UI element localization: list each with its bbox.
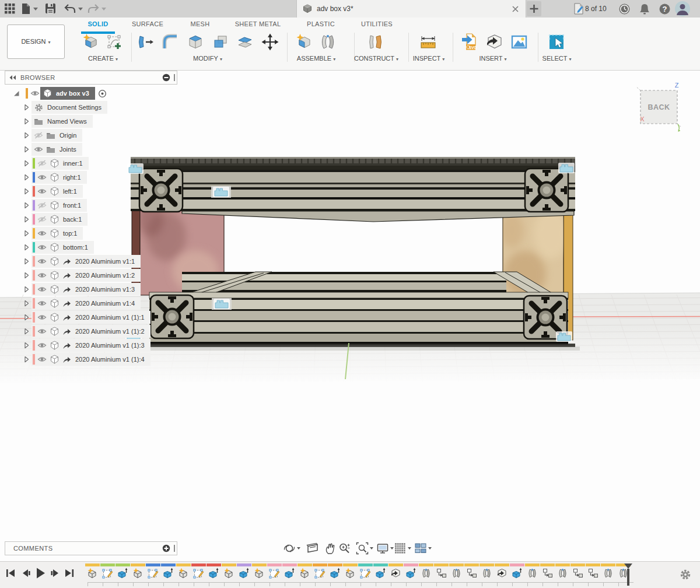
group-label-inspect[interactable]: INSPECT	[402, 55, 455, 62]
tab-surface[interactable]: SURFACE	[130, 20, 166, 32]
browser-item-label[interactable]: 2020 Aluminium v1 (1):2	[75, 328, 145, 335]
expand-collapse-icon[interactable]	[23, 146, 32, 153]
browser-row[interactable]: back:1	[0, 213, 88, 226]
fillet-icon[interactable]	[161, 33, 180, 51]
timeline-step-back-button[interactable]	[21, 568, 31, 580]
eye-icon[interactable]	[37, 314, 47, 321]
browser-item-label[interactable]: 2020 Aluminium v1:4	[75, 300, 135, 307]
expand-collapse-icon[interactable]	[13, 90, 21, 97]
redo-icon[interactable]	[88, 4, 99, 14]
eye-icon[interactable]	[37, 188, 47, 195]
timeline-feature-extrude[interactable]	[206, 564, 221, 583]
timeline-feature-sketch[interactable]	[191, 564, 206, 583]
group-label-create[interactable]: CREATE	[78, 55, 128, 62]
expand-collapse-icon[interactable]	[23, 342, 32, 349]
timeline-feature-ground[interactable]	[586, 564, 600, 583]
view-cube[interactable]: BACK Z X	[636, 82, 681, 132]
timeline-feature-extrude[interactable]	[510, 564, 524, 583]
browser-row[interactable]: 2020 Aluminium v1 (1):4	[0, 353, 150, 366]
timeline-go-to-start-button[interactable]	[6, 568, 16, 580]
expand-collapse-icon[interactable]	[23, 104, 32, 111]
timeline-feature-sketch[interactable]	[267, 564, 282, 583]
timeline-feature-extrude[interactable]	[116, 564, 130, 583]
eye-icon[interactable]	[30, 90, 40, 97]
timeline-feature-extrude[interactable]	[373, 564, 388, 583]
eye-icon[interactable]	[37, 174, 47, 181]
timeline-feature-ground[interactable]	[434, 564, 449, 583]
timeline-feature-component[interactable]	[298, 564, 312, 583]
timeline-feature-component[interactable]	[176, 564, 191, 583]
group-label-insert[interactable]: INSERT	[467, 55, 519, 62]
timeline-feature-joint[interactable]	[525, 564, 540, 583]
shell-icon[interactable]	[186, 33, 205, 51]
browser-row[interactable]: 2020 Aluminium v1 (1):2	[0, 325, 150, 338]
activate-radio-icon[interactable]	[97, 89, 108, 98]
timeline-feature-extrude[interactable]	[282, 564, 297, 583]
browser-row[interactable]: 2020 Aluminium v1:1	[0, 255, 141, 268]
root-label[interactable]: adv box v3	[56, 90, 89, 97]
browser-item-label[interactable]: Joints	[60, 146, 76, 153]
zoom-icon[interactable]	[338, 542, 352, 557]
browser-item-label[interactable]: top:1	[63, 230, 77, 237]
document-tab[interactable]: adv box v3*	[296, 0, 526, 18]
browser-row[interactable]: top:1	[0, 227, 83, 240]
browser-item-label[interactable]: 2020 Aluminium v1 (1):1	[75, 314, 145, 321]
browser-row[interactable]: 2020 Aluminium v1:2	[0, 269, 141, 282]
browser-scroll-nub[interactable]	[174, 74, 175, 81]
timeline-go-to-end-button[interactable]	[64, 568, 74, 580]
timeline-feature-insert[interactable]	[495, 564, 509, 583]
grid-settings-icon[interactable]	[394, 542, 407, 557]
browser-item-label[interactable]: left:1	[63, 188, 77, 195]
expand-collapse-icon[interactable]	[23, 314, 32, 321]
expand-collapse-icon[interactable]	[23, 160, 32, 167]
expand-collapse-icon[interactable]	[23, 230, 32, 237]
tab-solid[interactable]: SOLID	[81, 20, 115, 32]
new-tab-button[interactable]	[527, 1, 541, 16]
timeline-feature-component[interactable]	[131, 564, 145, 583]
timeline-feature-component[interactable]	[343, 564, 358, 583]
expand-collapse-icon[interactable]	[23, 244, 32, 251]
group-label-select[interactable]: SELECT	[532, 55, 582, 62]
eye-icon[interactable]	[37, 342, 47, 349]
timeline-feature-extrude[interactable]	[328, 564, 342, 583]
measure-icon[interactable]	[419, 33, 438, 51]
file-icon[interactable]	[22, 4, 30, 14]
tab-sheet-metal[interactable]: SHEET METAL	[233, 20, 282, 32]
model-adv-box[interactable]	[131, 157, 580, 351]
browser-row[interactable]: 2020 Aluminium v1 (1):1	[0, 311, 150, 324]
tab-plastic[interactable]: PLASTIC	[304, 20, 337, 32]
expand-collapse-icon[interactable]	[23, 174, 32, 181]
timeline-feature-joint[interactable]	[555, 564, 570, 583]
timeline-settings-gear-icon[interactable]	[680, 569, 691, 583]
browser-item-label[interactable]: Named Views	[47, 118, 87, 125]
job-history-clock-icon[interactable]	[619, 4, 630, 15]
orbit-icon-caret[interactable]	[297, 547, 300, 550]
timeline-play-button[interactable]	[35, 567, 46, 582]
eye-icon[interactable]	[37, 244, 47, 251]
browser-row[interactable]: Origin	[0, 129, 82, 142]
notifications-bell-icon[interactable]	[639, 4, 650, 15]
create-solid-icon[interactable]	[81, 33, 100, 51]
eye-icon[interactable]	[37, 300, 47, 307]
save-icon[interactable]	[46, 4, 55, 13]
design-dropdown-button[interactable]: DESIGN	[7, 24, 65, 59]
browser-item-label[interactable]: back:1	[63, 216, 82, 223]
add-comment-icon[interactable]	[162, 544, 170, 552]
eye-hidden-icon[interactable]	[33, 132, 44, 139]
group-label-modify[interactable]: MODIFY	[181, 55, 235, 62]
timeline-feature-extrude[interactable]	[404, 564, 418, 583]
expand-collapse-icon[interactable]	[23, 286, 32, 293]
collapse-panel-icon[interactable]	[9, 75, 17, 80]
timeline-feature-component[interactable]	[222, 564, 236, 583]
tab-mesh[interactable]: MESH	[188, 20, 212, 32]
browser-minimize-icon[interactable]	[162, 74, 170, 82]
eye-icon[interactable]	[37, 230, 47, 237]
expand-collapse-icon[interactable]	[23, 216, 32, 223]
comments-header[interactable]: COMMENTS	[5, 541, 177, 555]
timeline-step-forward-button[interactable]	[50, 568, 60, 580]
offset-face-icon[interactable]	[236, 33, 254, 51]
timeline-feature-sketch[interactable]	[100, 564, 115, 583]
avatar[interactable]	[675, 1, 690, 16]
browser-root-row[interactable]: adv box v3	[0, 87, 108, 100]
move-copy-icon[interactable]	[261, 33, 279, 51]
